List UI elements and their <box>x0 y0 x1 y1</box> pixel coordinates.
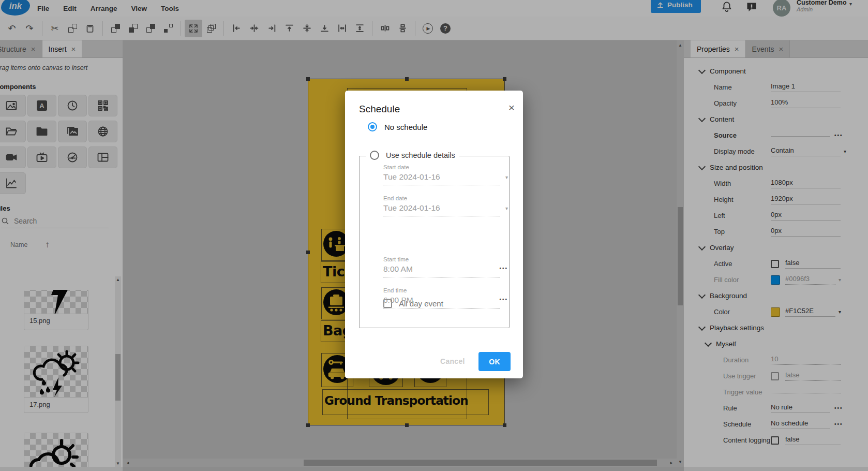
start-date-label: Start date <box>383 164 500 170</box>
schedule-dialog: Schedule × No schedule Use schedule deta… <box>345 91 523 378</box>
no-schedule-label: No schedule <box>384 123 427 131</box>
more-options-icon[interactable]: ••• <box>499 266 508 271</box>
end-time-field[interactable]: End time 6:00 PM••• <box>383 287 500 308</box>
end-date-text: Tue 2024-01-16 <box>383 203 440 212</box>
end-date-label: End date <box>383 195 500 201</box>
start-time-text: 8:00 AM <box>383 264 413 273</box>
end-time-label: End time <box>383 287 500 293</box>
end-date-field[interactable]: End date Tue 2024-01-16▾ <box>383 195 500 216</box>
dialog-title: Schedule <box>359 104 400 115</box>
dialog-close-icon[interactable]: × <box>508 102 515 113</box>
start-time-label: Start time <box>383 256 500 262</box>
use-schedule-details-option[interactable]: Use schedule details <box>366 151 459 160</box>
end-date-value[interactable]: Tue 2024-01-16▾ <box>383 201 500 216</box>
dropdown-caret-icon[interactable]: ▾ <box>505 174 508 180</box>
start-time-value[interactable]: 8:00 AM••• <box>383 262 500 277</box>
start-date-text: Tue 2024-01-16 <box>383 172 440 181</box>
more-options-icon[interactable]: ••• <box>499 297 508 302</box>
no-schedule-option[interactable]: No schedule <box>368 122 427 131</box>
ok-button[interactable]: OK <box>478 352 511 371</box>
end-time-value[interactable]: 6:00 PM••• <box>383 293 500 308</box>
cancel-button[interactable]: Cancel <box>437 357 468 366</box>
schedule-details-group: Use schedule details Start date Tue 2024… <box>359 156 510 328</box>
dropdown-caret-icon[interactable]: ▾ <box>505 205 508 211</box>
radio-selected-icon[interactable] <box>368 122 377 131</box>
use-schedule-details-label: Use schedule details <box>386 151 455 159</box>
start-date-field[interactable]: Start date Tue 2024-01-16▾ <box>383 164 500 185</box>
start-time-field[interactable]: Start time 8:00 AM••• <box>383 256 500 277</box>
radio-unselected-icon[interactable] <box>370 151 379 160</box>
application-window: ink File Edit Arrange View Tools Publish… <box>0 0 868 471</box>
end-time-text: 6:00 PM <box>383 296 413 304</box>
start-date-value[interactable]: Tue 2024-01-16▾ <box>383 170 500 185</box>
